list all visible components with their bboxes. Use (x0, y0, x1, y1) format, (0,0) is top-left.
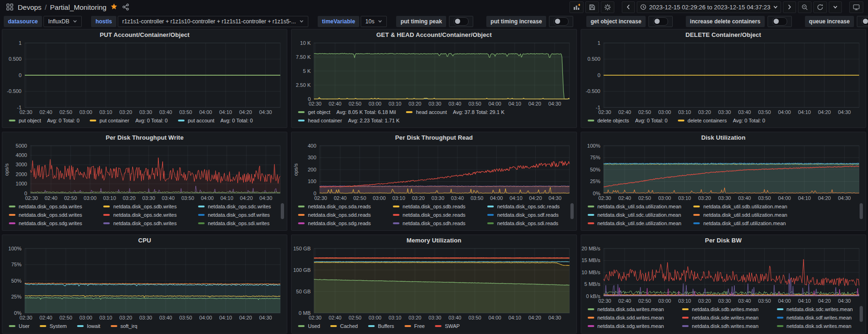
legend-item[interactable]: netdata.disk_ops.sdb.reads (393, 203, 466, 210)
legend-item[interactable]: soft_irq (111, 322, 137, 330)
chart-plot-area[interactable]: 50004000300020001000002:3002:4002:5003:0… (2, 143, 287, 202)
legend-scrollbar[interactable] (860, 306, 863, 322)
legend-item[interactable]: netdata.disk.sdb.writes.mean (682, 306, 758, 313)
add-panel-button[interactable] (569, 1, 583, 13)
legend-item[interactable]: netdata.disk_ops.sdc.writes (198, 203, 271, 210)
chart-plot-area[interactable]: 20 MB/s15 MB/s10 MB/s5 MB/s0 kB/s02:3002… (581, 246, 866, 305)
legend-item[interactable]: netdata.disk_ops.sdh.writes (103, 220, 177, 227)
chart-plot-area[interactable]: 100%75%50%25%0%02:3002:4002:5003:0003:10… (581, 143, 866, 202)
legend-item[interactable]: netdata.disk.sdf.writes.mean (777, 314, 852, 321)
legend-item[interactable]: netdata.disk.sdh.writes.mean (682, 322, 758, 330)
legend-item[interactable]: Iowait (77, 322, 100, 330)
refresh-button[interactable] (813, 1, 827, 13)
chart-plot-area[interactable]: 150 GB100 GB50 GB0 MB02:3002:4002:5003:0… (292, 246, 576, 321)
legend-item[interactable]: netdata.disk.sdd.writes.mean (588, 314, 664, 321)
legend-scrollbar[interactable] (281, 203, 284, 219)
legend-item[interactable]: netdata.disk_util.sdf.utilization.mean (693, 220, 786, 227)
legend-item[interactable]: put objectAvg: 0 Total: 0 (9, 117, 79, 124)
zoom-out-time-button[interactable] (798, 1, 811, 13)
legend-item[interactable]: netdata.disk.sdi.writes.mean (777, 322, 852, 330)
legend-scrollbar[interactable] (570, 203, 574, 219)
legend-item[interactable]: head containerAvg: 2.23 Total: 1.71 K (298, 117, 399, 124)
time-shift-forward-button[interactable] (783, 1, 796, 13)
legend-item[interactable]: netdata.disk_ops.sdd.reads (298, 211, 371, 219)
toggle-switch[interactable] (768, 16, 792, 27)
legend-item[interactable]: netdata.disk_ops.sde.reads (393, 211, 466, 219)
panel-title[interactable]: Per Disk BW (581, 235, 866, 246)
legend-item[interactable]: head accountAvg: 37.8 Total: 29.1 K (406, 108, 504, 116)
legend-item[interactable]: Cached (330, 322, 358, 330)
dashboard-settings-button[interactable] (601, 1, 614, 13)
legend-item[interactable]: System (40, 322, 67, 330)
legend-item[interactable]: netdata.disk.sdg.writes.mean (588, 322, 664, 330)
legend-item[interactable]: User (9, 322, 29, 330)
legend-item[interactable]: netdata.disk.sda.writes.mean (588, 306, 664, 313)
toggle-switch[interactable] (857, 16, 868, 27)
app-header: Devops / Partial_Monitoring (0, 0, 868, 14)
panel-title[interactable]: Per Disk Throughput Read (292, 132, 576, 143)
legend-item[interactable]: netdata.disk.sdc.writes.mean (777, 306, 853, 313)
legend-item[interactable]: netdata.disk_ops.sde.writes (103, 211, 177, 219)
series-label: netdata.disk_ops.sdg.writes (19, 220, 82, 226)
legend-item[interactable]: netdata.disk_ops.sdd.writes (9, 211, 82, 219)
legend-item[interactable]: put containerAvg: 0 Total: 0 (90, 117, 168, 124)
legend-item[interactable]: put accountAvg: 0 Total: 0 (178, 117, 253, 124)
favorite-star-icon[interactable] (110, 3, 118, 12)
legend-item[interactable]: delete containersAvg: 0 Total: 0 (678, 117, 765, 124)
panel-title[interactable]: CPU (2, 235, 287, 246)
panel-title[interactable]: GET & HEAD Account/Container/Object (292, 29, 576, 40)
svg-text:2000: 2000 (16, 171, 27, 177)
panel-title[interactable]: Disk Utilization (581, 132, 866, 143)
legend-item[interactable]: netdata.disk_ops.sdc.reads (487, 203, 560, 210)
dashboards-grid-icon[interactable] (5, 2, 15, 12)
toggle-switch[interactable] (648, 16, 673, 27)
panel-title[interactable]: Memory Utilization (292, 235, 576, 246)
kiosk-mode-button[interactable] (849, 1, 863, 13)
chart-plot-area[interactable]: 10.5000-0.500-102:3002:4002:5003:0003:10… (2, 40, 287, 116)
legend-item[interactable]: netdata.disk_ops.sdg.writes (9, 220, 82, 227)
svg-text:ops/s: ops/s (293, 163, 299, 176)
chart-plot-area[interactable]: 10 K7.50 K5 K2.50 K002:3002:4002:5003:00… (292, 40, 576, 107)
legend-item[interactable]: netdata.disk_ops.sdh.reads (393, 220, 466, 227)
legend-item[interactable]: netdata.disk_ops.sdb.writes (103, 203, 177, 210)
legend-scrollbar[interactable] (860, 203, 863, 219)
legend-item[interactable]: netdata.disk_util.sde.utilization.mean (588, 220, 682, 227)
legend-item[interactable]: netdata.disk.sde.writes.mean (682, 314, 758, 321)
toggle-switch[interactable] (449, 16, 473, 27)
save-dashboard-button[interactable] (585, 1, 599, 13)
legend-item[interactable]: delete objectsAvg: 0 Total: 0 (588, 117, 668, 124)
breadcrumb-folder[interactable]: Devops (18, 3, 42, 11)
legend-item[interactable]: netdata.disk_util.sdd.utilization.mean (693, 211, 787, 219)
time-shift-back-button[interactable] (622, 1, 635, 13)
legend-item[interactable]: netdata.disk_ops.sda.writes (9, 203, 82, 210)
time-range-picker[interactable]: 2023-12-15 02:29:26 to 2023-12-15 04:37:… (637, 1, 782, 13)
toggle-switch[interactable] (549, 16, 573, 27)
panel-title[interactable]: DELETE Container/Object (581, 29, 866, 40)
legend-item[interactable]: netdata.disk_ops.sdg.reads (298, 220, 371, 227)
legend-item[interactable]: netdata.disk_ops.sda.reads (298, 203, 371, 210)
legend-item[interactable]: netdata.disk_ops.sdf.reads (487, 211, 558, 219)
chart-plot-area[interactable]: 400300200100002:3002:4002:5003:0003:1003… (292, 143, 576, 202)
legend-item[interactable]: netdata.disk_ops.sdi.writes (198, 220, 270, 227)
legend-item[interactable]: Used (298, 322, 320, 330)
legend-item[interactable]: get objectAvg: 8.05 K Total: 6.18 Mil (298, 108, 396, 116)
chart-plot-area[interactable]: 100%75%50%25%0%02:3002:4002:5003:0003:10… (2, 246, 287, 321)
legend-item[interactable]: netdata.disk_ops.sdf.writes (198, 211, 270, 219)
variable-value-datasource[interactable]: InfluxDB (43, 16, 82, 27)
legend-item[interactable]: netdata.disk_util.sdc.utilization.mean (588, 211, 681, 219)
legend-item[interactable]: netdata.disk_util.sdb.utilization.mean (693, 203, 787, 210)
series-color-swatch (487, 206, 494, 207)
panel-title[interactable]: PUT Account/Container/Object (2, 29, 287, 40)
variable-value-timeVariable[interactable]: 10s (361, 16, 387, 27)
breadcrumb-dashboard[interactable]: Partial_Monitoring (50, 3, 107, 11)
panel-title[interactable]: Per Disk Throughput Write (2, 132, 287, 143)
legend-item[interactable]: netdata.disk_ops.sdi.reads (487, 220, 558, 227)
legend-item[interactable]: SWAP (435, 322, 460, 330)
refresh-interval-dropdown[interactable] (829, 1, 842, 13)
legend-item[interactable]: Free (405, 322, 425, 330)
share-icon[interactable] (121, 2, 131, 12)
legend-item[interactable]: netdata.disk_util.sda.utilization.mean (588, 203, 682, 210)
chart-plot-area[interactable]: 10.5000-0.500-102:3002:4002:5003:0003:10… (581, 40, 866, 116)
variable-value-hostls[interactable]: r1z1s1-controller + r1z1s10-controller +… (118, 16, 309, 27)
legend-item[interactable]: Buffers (368, 322, 394, 330)
